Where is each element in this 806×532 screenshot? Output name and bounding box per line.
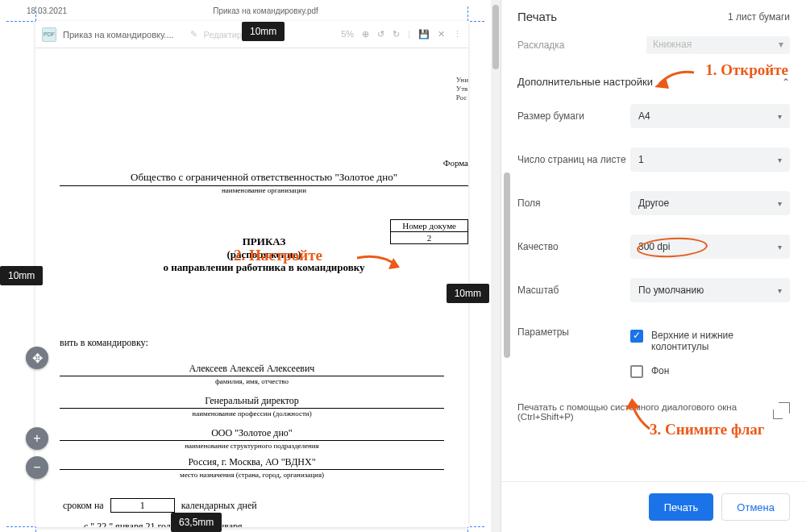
quality-label: Качество <box>517 241 630 252</box>
rotate-cw-icon[interactable]: ↻ <box>393 29 400 39</box>
margin-bottom-badge[interactable]: 63,5mm <box>171 513 222 532</box>
doc-title: ПРИКАЗ (распоряжение) о направлении рабо… <box>60 235 468 274</box>
layout-label-partial: Раскладка <box>517 39 565 51</box>
doc-header-strip: 18.03.2021 Приказ на командировку.pdf <box>6 6 484 19</box>
margin-right-badge[interactable]: 10mm <box>447 284 489 303</box>
save-icon[interactable]: 💾 <box>418 29 430 39</box>
rotate-ccw-icon[interactable]: ↺ <box>377 29 384 39</box>
zoom-icon[interactable]: ⊕ <box>362 29 369 39</box>
margin-left-badge[interactable]: 10mm <box>0 266 43 285</box>
print-sidebar: Печать 1 лист бумаги Раскладка Книжная Д… <box>501 0 806 532</box>
close-icon[interactable]: ✕ <box>438 29 445 39</box>
margins-label: Поля <box>517 197 630 209</box>
top-right-stamp: УниУтвРос <box>456 76 468 102</box>
sheet-count: 1 лист бумаги <box>728 11 790 23</box>
margins-select[interactable]: Другое <box>630 191 790 215</box>
org-sub: наименование организации <box>60 185 468 194</box>
forma-label: Форма <box>443 158 468 168</box>
zoom-out-button[interactable]: − <box>26 456 48 479</box>
print-button[interactable]: Печать <box>649 493 714 521</box>
tab-name: Приказ на командировку.... <box>63 30 174 39</box>
fit-page-button[interactable]: ✥ <box>26 347 48 369</box>
quality-select[interactable]: 300 dpi <box>630 235 790 259</box>
system-dialog-link[interactable]: Печатать с помощью системного диалоговог… <box>517 391 790 422</box>
params-label: Параметры <box>517 326 630 338</box>
sidebar-scrollbar[interactable] <box>504 44 510 476</box>
cancel-button[interactable]: Отмена <box>721 493 790 521</box>
background-checkbox-row[interactable]: Фон <box>630 355 790 381</box>
zoom-in-button[interactable]: + <box>26 427 48 450</box>
preview-page: PDF Приказ на командировку.... ✎ Редакти… <box>35 21 468 527</box>
scale-select[interactable]: По умолчанию <box>630 278 790 302</box>
pages-per-sheet-label: Число страниц на листе <box>517 154 630 165</box>
external-link-icon <box>779 402 790 414</box>
chevron-up-icon: ⌃ <box>782 77 790 88</box>
background-checkbox[interactable] <box>630 365 643 378</box>
napravit-text: вить в командировку: <box>60 337 148 349</box>
pdf-icon: PDF <box>42 27 56 42</box>
print-title: Печать <box>517 10 557 23</box>
pages-per-sheet-select[interactable]: 1 <box>630 148 790 172</box>
org-name: Общество с ограниченной ответственностью… <box>121 171 407 185</box>
srok-row: сроком на1календарных дней <box>63 498 257 513</box>
more-icon[interactable]: ⋮ <box>453 29 462 39</box>
doc-date: 18.03.2021 <box>27 6 67 15</box>
scale-label: Масштаб <box>517 285 630 296</box>
doc-title-pdf: Приказ на командировку.pdf <box>213 6 318 15</box>
more-settings-toggle[interactable]: Дополнительные настройки ⌃ <box>517 58 790 94</box>
headers-footers-checkbox[interactable] <box>630 330 643 343</box>
print-preview-pane: 18.03.2021 Приказ на командировку.pdf PD… <box>0 0 501 532</box>
paper-size-select[interactable]: A4 <box>630 104 790 128</box>
preview-scrollbar[interactable] <box>491 0 501 532</box>
margin-top-badge[interactable]: 10mm <box>242 22 285 41</box>
zoom-level: 5% <box>341 29 354 39</box>
layout-select-partial[interactable]: Книжная <box>646 36 790 54</box>
paper-size-label: Размер бумаги <box>517 110 630 122</box>
headers-footers-checkbox-row[interactable]: Верхние и нижние колонтитулы <box>630 326 790 355</box>
